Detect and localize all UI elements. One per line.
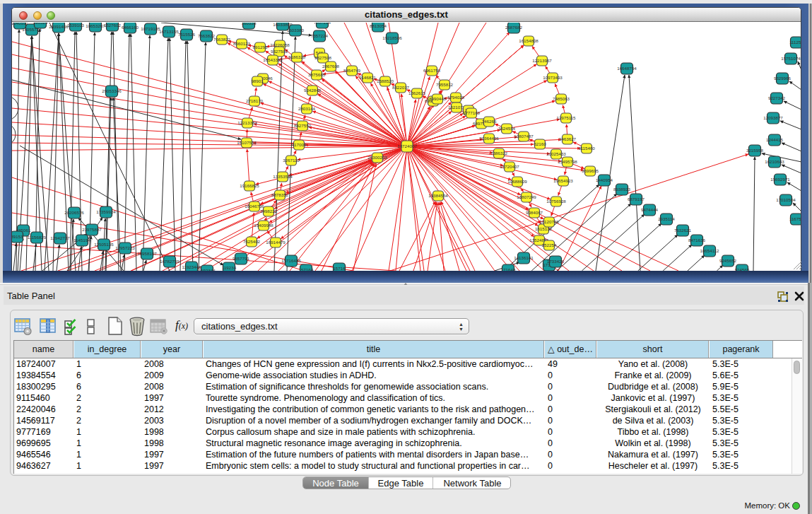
svg-text:7663822: 7663822 (198, 33, 216, 38)
svg-text:12093877: 12093877 (763, 115, 783, 120)
svg-text:16914479: 16914479 (266, 240, 286, 245)
svg-text:16120746: 16120746 (539, 219, 559, 224)
svg-text:9146821: 9146821 (359, 75, 377, 80)
svg-text:16154808: 16154808 (519, 38, 539, 43)
svg-text:119234: 119234 (222, 265, 237, 270)
svg-text:19218506: 19218506 (382, 35, 402, 40)
svg-text:18807249: 18807249 (517, 194, 536, 199)
svg-text:9463627: 9463627 (559, 136, 577, 141)
svg-text:9657791: 9657791 (233, 256, 250, 261)
svg-text:8990448: 8990448 (429, 96, 447, 101)
svg-text:7357224: 7357224 (314, 23, 331, 25)
svg-text:6961758: 6961758 (423, 68, 441, 73)
svg-text:10025433: 10025433 (546, 151, 566, 156)
svg-text:116753: 116753 (789, 216, 801, 221)
svg-text:3498222: 3498222 (260, 209, 278, 214)
svg-text:19166825: 19166825 (240, 183, 259, 188)
svg-text:19384554: 19384554 (428, 193, 448, 198)
svg-text:7625402: 7625402 (243, 239, 261, 244)
svg-text:9242848: 9242848 (304, 88, 322, 93)
svg-text:12975115: 12975115 (556, 115, 576, 120)
svg-text:6879197: 6879197 (628, 197, 645, 201)
svg-text:9699695: 9699695 (582, 168, 599, 173)
svg-text:12213967: 12213967 (532, 58, 552, 63)
svg-text:1440954: 1440954 (596, 177, 613, 182)
svg-text:20391406: 20391406 (49, 24, 69, 29)
svg-text:9084067: 9084067 (526, 210, 543, 215)
svg-text:10958107: 10958107 (137, 251, 157, 256)
svg-text:14136141: 14136141 (514, 255, 534, 260)
svg-text:1603380: 1603380 (287, 28, 305, 33)
svg-text:15409948: 15409948 (254, 223, 273, 228)
svg-text:1192344: 1192344 (199, 268, 216, 271)
svg-text:20206576: 20206576 (64, 210, 84, 215)
svg-text:8938923: 8938923 (613, 187, 631, 192)
svg-text:996524: 996524 (33, 23, 48, 25)
svg-text:15716485: 15716485 (281, 258, 301, 263)
svg-text:3624554: 3624554 (498, 126, 516, 131)
svg-text:2687682: 2687682 (505, 25, 523, 30)
svg-text:39153: 39153 (12, 234, 23, 239)
svg-text:17359924: 17359924 (96, 209, 116, 214)
svg-text:9474444: 9474444 (641, 207, 659, 212)
svg-text:9777169: 9777169 (463, 110, 481, 115)
svg-text:1145194: 1145194 (73, 238, 90, 243)
svg-text:62160: 62160 (534, 141, 546, 146)
svg-text:9329966: 9329966 (774, 76, 792, 81)
svg-text:1362615: 1362615 (408, 90, 426, 95)
svg-text:9245652: 9245652 (719, 258, 737, 263)
svg-text:157164: 157164 (299, 267, 314, 271)
svg-text:7955812: 7955812 (436, 82, 454, 87)
svg-text:12213383: 12213383 (237, 120, 257, 125)
svg-text:7663822: 7663822 (213, 37, 231, 42)
svg-text:10807487: 10807487 (514, 134, 534, 139)
svg-text:10973493: 10973493 (543, 75, 563, 80)
svg-text:2803144: 2803144 (298, 106, 316, 111)
svg-text:7515526: 7515526 (178, 32, 196, 37)
svg-text:1588520: 1588520 (377, 78, 394, 83)
svg-text:160338: 160338 (242, 23, 257, 25)
svg-text:252254: 252254 (542, 243, 557, 247)
svg-text:19654923: 19654923 (553, 178, 573, 183)
svg-text:16782759: 16782759 (160, 259, 180, 264)
svg-text:111254: 111254 (789, 40, 801, 45)
svg-text:18724007: 18724007 (397, 144, 417, 148)
svg-text:9227342: 9227342 (768, 95, 786, 100)
svg-text:10688609: 10688609 (507, 179, 527, 184)
svg-text:7357224: 7357224 (311, 33, 329, 38)
svg-text:15720407: 15720407 (500, 164, 519, 169)
svg-text:8471636: 8471636 (688, 238, 706, 243)
svg-text:17957223: 17957223 (115, 245, 135, 250)
svg-text:13353594: 13353594 (273, 174, 293, 179)
svg-text:8813054: 8813054 (370, 23, 387, 28)
svg-text:891295: 891295 (253, 45, 268, 49)
svg-text:16210643: 16210643 (765, 159, 784, 164)
svg-text:12505135: 12505135 (94, 242, 114, 247)
svg-text:29053346: 29053346 (102, 88, 122, 93)
svg-text:12942737: 12942737 (50, 235, 70, 240)
svg-text:9327503: 9327503 (271, 49, 288, 54)
svg-text:98901: 98901 (251, 78, 264, 83)
svg-text:9327508: 9327508 (314, 55, 332, 60)
svg-text:16046736: 16046736 (245, 204, 264, 209)
svg-text:1244415: 1244415 (766, 137, 784, 142)
svg-text:2867608: 2867608 (322, 64, 340, 69)
svg-text:10654112: 10654112 (700, 248, 719, 253)
svg-text:8322037: 8322037 (392, 85, 410, 90)
svg-text:20364436: 20364436 (479, 136, 499, 141)
svg-text:8454749: 8454749 (343, 68, 361, 73)
svg-text:7485063: 7485063 (553, 96, 570, 101)
svg-text:10653267: 10653267 (86, 23, 105, 28)
svg-text:15716: 15716 (333, 266, 346, 271)
svg-text:417006: 417006 (292, 142, 307, 147)
svg-text:23975887: 23975887 (82, 227, 102, 232)
svg-text:1527602: 1527602 (104, 23, 122, 28)
svg-text:1539103: 1539103 (67, 23, 85, 28)
svg-text:10756928: 10756928 (546, 199, 566, 204)
svg-text:9115460: 9115460 (578, 146, 595, 151)
svg-text:3875685: 3875685 (308, 72, 326, 77)
svg-text:17010504: 17010504 (776, 197, 796, 202)
svg-text:15692971: 15692971 (770, 177, 790, 182)
svg-text:1733426: 1733426 (547, 259, 565, 264)
svg-text:8427552: 8427552 (294, 123, 312, 128)
